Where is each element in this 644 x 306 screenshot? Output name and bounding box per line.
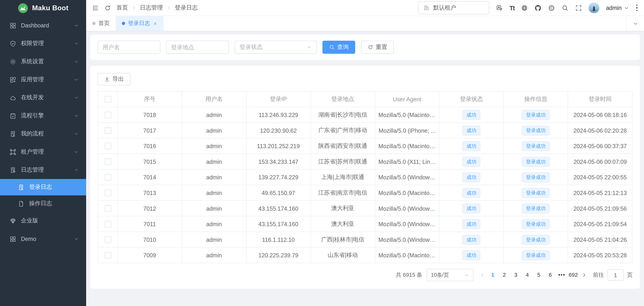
page-size-select[interactable]: 10条/页 [426, 269, 473, 281]
login-status-select[interactable]: 登录状态 [234, 41, 316, 54]
page-button-1[interactable]: 1 [487, 269, 499, 281]
tab-home[interactable]: 首页 [86, 16, 116, 31]
login-location-input[interactable] [166, 41, 229, 54]
github-icon[interactable] [534, 4, 542, 11]
operation-badge: 登录成功 [522, 219, 550, 229]
username-input[interactable] [98, 41, 160, 54]
row-checkbox[interactable] [104, 159, 111, 165]
operation-badge: 登录成功 [522, 250, 550, 260]
refresh-icon[interactable] [104, 4, 111, 11]
row-ip: 116.1.112.10 [246, 232, 311, 247]
row-checkbox[interactable] [104, 221, 111, 227]
tabs-dropdown-button[interactable] [626, 16, 644, 31]
sidebar-item-workflow-engine[interactable]: 流程引擎 [0, 107, 86, 125]
fullscreen-icon[interactable] [575, 4, 582, 11]
translate-icon[interactable] [496, 4, 503, 11]
more-vertical-icon[interactable] [635, 4, 638, 12]
status-badge: 成功 [462, 172, 480, 182]
page-button-2[interactable]: 2 [498, 269, 510, 281]
sidebar-item-operation-log[interactable]: 操作日志 [0, 195, 86, 212]
login-status-cell: 成功 [439, 247, 504, 263]
sidebar-item-login-log[interactable]: 登录日志 [0, 179, 86, 195]
table-row: 7010admin116.1.112.10广西|桂林市|电信Mozilla/5.… [98, 232, 632, 247]
user-menu[interactable]: admin [606, 5, 628, 11]
username: admin [606, 5, 622, 11]
login-status-cell: 成功 [439, 169, 504, 185]
row-checkbox[interactable] [104, 252, 111, 259]
tab-login-log[interactable]: 登录日志 [116, 16, 164, 31]
chevron-right-icon [166, 6, 171, 10]
row-checkbox[interactable] [104, 205, 111, 212]
page-button-3[interactable]: 3 [510, 269, 522, 281]
col-header-info: 操作信息 [504, 91, 568, 107]
gitee-icon[interactable] [548, 4, 555, 11]
avatar[interactable] [589, 3, 600, 13]
sidebar-item-dashboard[interactable]: Dashboard [0, 17, 86, 35]
operation-info-cell: 登录成功 [504, 138, 568, 154]
sidebar-item-system-settings[interactable]: 系统设置 [0, 53, 86, 71]
breadcrumb-log-management[interactable]: 日志管理 [140, 4, 163, 12]
row-checkbox[interactable] [104, 190, 111, 196]
sidebar-item-online-dev[interactable]: 在线开发 [0, 89, 86, 107]
row-select-cell [98, 247, 118, 263]
row-time: 2024-05-06 00:37:37 [568, 138, 632, 154]
pager: 123456•••692 [477, 269, 589, 281]
export-button[interactable]: 导出 [98, 73, 130, 86]
chevron-up-icon [74, 168, 79, 172]
chevron-down-icon [74, 95, 79, 100]
page-button-6[interactable]: 6 [544, 269, 556, 281]
tenant-select[interactable]: 默认租户 [418, 1, 490, 14]
row-select-cell [98, 216, 118, 232]
row-select-cell [98, 138, 118, 154]
select-all-cell [98, 91, 118, 107]
operation-info-cell: 登录成功 [504, 185, 568, 201]
query-button[interactable]: 查询 [322, 41, 355, 54]
font-size-icon[interactable]: Tt [510, 4, 514, 11]
sidebar-item-label: 操作日志 [29, 200, 52, 207]
col-header-user-agent: User Agent [375, 91, 439, 107]
reset-button[interactable]: 重置 [361, 41, 394, 54]
row-location: 澳大利亚 [311, 216, 375, 232]
page-button-5[interactable]: 5 [533, 269, 544, 281]
operation-info-cell: 登录成功 [504, 247, 568, 263]
tab-dot [92, 22, 96, 25]
operation-info-cell: 登录成功 [504, 169, 568, 185]
chevron-down-icon [307, 45, 312, 50]
row-checkbox[interactable] [104, 143, 111, 149]
pages-more-icon[interactable]: ••• [556, 269, 568, 281]
row-checkbox[interactable] [104, 112, 111, 118]
goto-page-input[interactable] [607, 269, 624, 281]
row-checkbox[interactable] [104, 237, 111, 243]
sidebar-item-my-workflow[interactable]: 我的流程 [0, 125, 86, 143]
close-icon[interactable] [153, 21, 158, 26]
row-username: admin [182, 232, 246, 247]
sidebar-item-permissions[interactable]: 权限管理 [0, 35, 86, 53]
page-button-692[interactable]: 692 [568, 269, 579, 281]
row-ip: 153.34.233.147 [246, 154, 311, 169]
search-icon[interactable] [562, 4, 569, 11]
collapse-sidebar-icon[interactable] [92, 4, 99, 11]
chevron-down-icon [74, 113, 79, 118]
sidebar-item-enterprise[interactable]: 企业版 [0, 212, 86, 230]
col-header-time: 登录时间 [568, 91, 632, 107]
sidebar-item-demo[interactable]: Demo [0, 230, 86, 248]
table-panel: 导出 序号 用户名 登录IP 登录地点 User A [90, 66, 640, 289]
row-user-agent: Mozilla/5.0 (Windows... [375, 201, 439, 216]
breadcrumb-home[interactable]: 首页 [116, 4, 128, 12]
row-checkbox[interactable] [104, 174, 111, 181]
sidebar-item-app-management[interactable]: 应用管理 [0, 71, 86, 89]
globe-icon[interactable] [521, 4, 528, 11]
col-header-status: 登录状态 [439, 91, 504, 107]
row-ip: 43.155.174.160 [246, 216, 311, 232]
sidebar-item-label: 权限管理 [21, 40, 69, 47]
sidebar-item-tenant-management[interactable]: 租户管理 [0, 143, 86, 161]
page-button-4[interactable]: 4 [522, 269, 533, 281]
row-checkbox[interactable] [104, 127, 111, 134]
next-page-button[interactable] [579, 273, 589, 277]
status-badge: 成功 [462, 141, 480, 151]
login-status-cell: 成功 [439, 107, 504, 123]
sidebar-item-log-management[interactable]: 日志管理 [0, 161, 86, 179]
row-user-agent: Mozilla/5.0 (Macintos... [375, 185, 439, 201]
select-all-checkbox[interactable] [104, 96, 111, 103]
prev-page-button[interactable] [477, 273, 487, 277]
